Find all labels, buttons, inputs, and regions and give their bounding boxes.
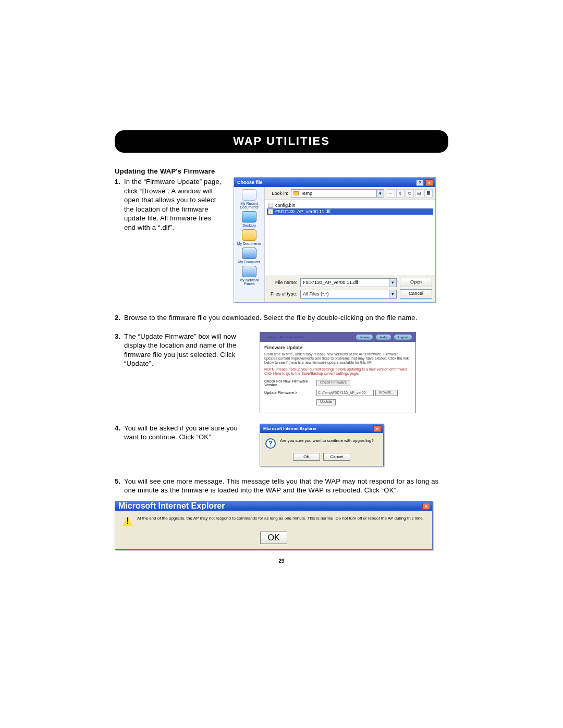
close-button[interactable]: × (422, 503, 430, 510)
check-firmware-button[interactable]: Check Firmware (316, 380, 350, 386)
dialog-title: Choose file (237, 180, 263, 185)
folder-icon (293, 191, 299, 195)
place-network[interactable]: My Network Places (234, 266, 264, 286)
recent-icon (242, 189, 256, 201)
step-4: 4. You will be asked if you are sure you… (115, 424, 250, 442)
final-dialog-title: Microsoft Internet Explorer (118, 501, 225, 511)
firmware-update-panel: Utilities > Firmware Update Home Help Lo… (260, 332, 416, 413)
browse-button[interactable]: Browse... (375, 390, 398, 396)
question-icon: ? (265, 438, 276, 449)
breadcrumb: Utilities > Firmware Update (263, 336, 304, 339)
step-2-text: Browse to the firmware file you download… (124, 313, 448, 323)
tab-home[interactable]: Home (356, 334, 373, 340)
update-button[interactable]: Update (316, 399, 336, 405)
places-bar: My Recent Documents Desktop My Documents… (234, 187, 265, 302)
view-list-icon[interactable]: ≣ (424, 189, 433, 198)
network-places-icon (242, 266, 256, 277)
filetype-select[interactable]: All Files (*.*) ▾ (300, 290, 397, 299)
section-heading: Updating the WAP's Firmware (115, 167, 448, 175)
step-3-num: 3. (115, 332, 124, 368)
file-icon (268, 203, 273, 208)
nav-back-icon[interactable]: ← (387, 189, 395, 198)
fwu-heading: Firmware Update (264, 345, 411, 350)
filename-label: File name: (268, 280, 297, 285)
lookin-select[interactable]: Temp ▾ (291, 189, 384, 198)
firmware-path-input[interactable]: C:\Temp\F5D7130_AP_ver00 (316, 390, 374, 396)
new-folder-icon[interactable]: ↻ (406, 189, 414, 198)
step-1-num: 1. (115, 177, 124, 232)
step-5-num: 5. (115, 477, 124, 495)
desktop-icon (242, 211, 256, 223)
choose-file-dialog: Choose file ? × My Recent Documents Desk… (234, 177, 436, 303)
confirm-dialog: Microsoft Internet Explorer × ? Are you … (260, 424, 384, 466)
step-5-text: You will see one more message. This mess… (124, 477, 448, 495)
place-desktop[interactable]: Desktop (242, 211, 256, 227)
check-firmware-label: Check For New Firmware Version (264, 379, 316, 387)
documents-icon (242, 229, 256, 241)
chevron-down-icon: ▾ (389, 290, 396, 298)
page-number: 29 (115, 558, 448, 564)
close-button[interactable]: × (425, 179, 433, 186)
close-button[interactable]: × (373, 425, 381, 432)
tab-logout[interactable]: Logout (394, 334, 412, 340)
step-2: 2. Browse to the firmware file you downl… (115, 313, 448, 323)
banner-title: Wap Utilities (115, 130, 448, 153)
tab-help[interactable]: Help (375, 334, 391, 340)
lookin-value: Temp (301, 191, 312, 196)
nav-up-icon[interactable]: ⇧ (396, 189, 405, 198)
step-1-text: In the “Firmware Update” page, click “Br… (124, 177, 224, 232)
open-button[interactable]: Open (400, 278, 432, 287)
step-4-text: You will be asked if you are sure you wa… (124, 424, 250, 442)
filename-input[interactable]: F5D7130_AP_ver00.11.dlf ▾ (300, 278, 397, 287)
place-docs[interactable]: My Documents (237, 229, 262, 245)
ok-button[interactable]: OK (293, 453, 320, 461)
final-dialog: Microsoft Internet Explorer × ! At the e… (115, 501, 433, 550)
warning-icon: ! (123, 516, 133, 526)
view-menu-icon[interactable]: ⊞ (415, 189, 423, 198)
file-item[interactable]: F5D7130_AP_ver00.11.dlf (267, 208, 433, 215)
step-5: 5. You will see one more message. This m… (115, 477, 448, 495)
cancel-button[interactable]: Cancel (400, 289, 432, 299)
fwu-paragraph: From time to time, Belkin may release ne… (264, 352, 411, 365)
chevron-down-icon: ▾ (376, 190, 384, 197)
computer-icon (242, 248, 256, 259)
place-computer[interactable]: My Computer (238, 248, 260, 264)
step-3-text: The “Update Firmware” box will now displ… (124, 332, 250, 368)
cancel-button[interactable]: Cancel (323, 453, 350, 461)
chevron-down-icon: ▾ (389, 279, 396, 287)
confirm-title: Microsoft Internet Explorer (263, 426, 316, 431)
step-1: 1. In the “Firmware Update” page, click … (115, 177, 224, 232)
step-3: 3. The “Update Firmware” box will now di… (115, 332, 250, 368)
file-item[interactable]: config.bin (267, 202, 433, 208)
step-2-num: 2. (115, 313, 124, 323)
filetype-label: Files of type: (268, 291, 297, 297)
lookin-label: Look in: (267, 191, 288, 196)
step-4-num: 4. (115, 424, 124, 442)
confirm-message: Are you sure you want to continue with u… (280, 438, 374, 443)
final-dialog-message: At the end of the upgrade, the AP may no… (137, 516, 424, 521)
update-firmware-label: Update Firmware > (264, 391, 316, 394)
fwu-note: NOTE: Please backup your current setting… (264, 367, 411, 376)
file-list[interactable]: config.bin F5D7130_AP_ver00.11.dlf (265, 200, 435, 275)
help-button[interactable]: ? (416, 179, 424, 186)
file-icon (268, 209, 273, 214)
ok-button[interactable]: OK (260, 532, 287, 544)
place-recent[interactable]: My Recent Documents (234, 189, 264, 209)
